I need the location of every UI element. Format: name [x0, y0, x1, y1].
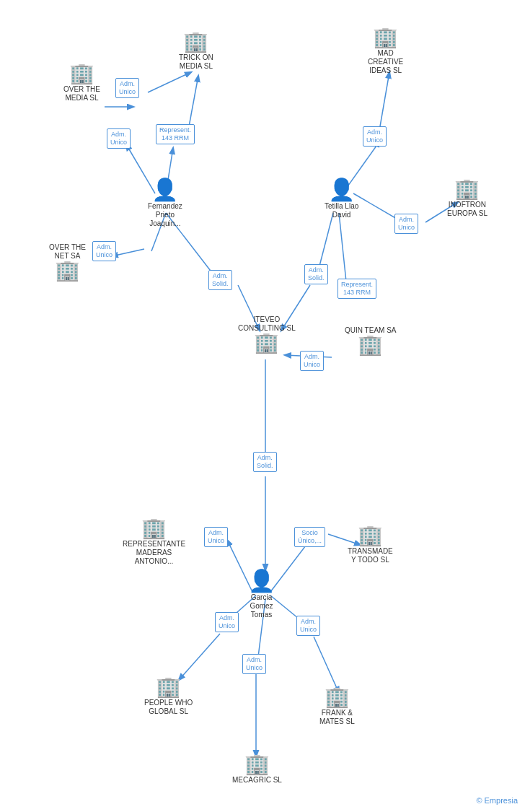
building-icon: 🏢: [69, 64, 94, 84]
badge-adm-unico-4[interactable]: Adm.Unico: [92, 241, 116, 261]
badge-adm-unico-3[interactable]: Adm.Unico: [363, 126, 387, 147]
company-label: REPRESENTANTE MADERAS ANTONIO...: [123, 540, 185, 566]
badge-adm-solid-1[interactable]: Adm.Solid.: [208, 270, 232, 290]
badge-represent-143-1[interactable]: Represent.143 RRM: [156, 124, 195, 144]
person-label: Tetilla Llao David: [325, 202, 358, 219]
company-over-the-media[interactable]: 🏢 OVER THE MEDIA SL: [63, 64, 100, 102]
badge-adm-solid-3[interactable]: Adm.Solid.: [253, 452, 277, 472]
company-label: PEOPLE WHO GLOBAL SL: [144, 699, 193, 716]
building-icon: 🏢: [325, 687, 350, 707]
building-icon: 🏢: [183, 32, 208, 52]
badge-socio-unico[interactable]: SocioÚnico,...: [294, 527, 325, 547]
building-icon: 🏢: [244, 754, 270, 774]
svg-line-23: [179, 634, 220, 680]
company-label: MECAGRIC SL: [232, 776, 282, 785]
building-icon: 🏢: [141, 518, 167, 538]
building-icon: 🏢: [55, 261, 80, 281]
building-icon: 🏢: [454, 179, 480, 199]
company-frank-mates[interactable]: 🏢 FRANK & MATES SL: [319, 687, 355, 726]
building-icon: 🏢: [358, 335, 383, 355]
svg-line-14: [112, 249, 144, 256]
person-fernandez[interactable]: 👤 Fernandez Prieto Joaquin...: [148, 179, 182, 228]
person-label: Fernandez Prieto Joaquin...: [148, 202, 182, 228]
company-inoftron[interactable]: 🏢 INOFTRON EUROPA SL: [447, 179, 488, 218]
company-label: INOFTRON EUROPA SL: [447, 201, 488, 218]
person-icon: 👤: [248, 570, 275, 592]
company-label: ITEVEO CONSULTING SL: [238, 315, 296, 333]
badge-adm-unico-10[interactable]: Adm.Unico: [296, 616, 320, 636]
svg-line-20: [270, 540, 310, 592]
svg-line-13: [339, 213, 346, 281]
company-iteveo[interactable]: ITEVEO CONSULTING SL 🏢: [238, 314, 296, 353]
svg-line-1: [148, 72, 191, 92]
company-over-the-net[interactable]: OVER THE NET SA 🏢: [49, 242, 86, 281]
badge-adm-solid-2[interactable]: Adm.Solid.: [304, 264, 328, 284]
badge-adm-unico-1[interactable]: Adm.Unico: [115, 78, 139, 98]
company-trick-on-media[interactable]: 🏢 TRICK ON MEDIA SL: [179, 32, 213, 71]
building-icon: 🏢: [254, 333, 279, 353]
company-label: MAD CREATIVE IDEAS SL: [368, 49, 403, 75]
badge-adm-unico-9[interactable]: Adm.Unico: [242, 654, 266, 674]
badge-represent-143-2[interactable]: Represent.143 RRM: [338, 279, 376, 299]
svg-line-6: [380, 72, 389, 126]
company-label: TRICK ON MEDIA SL: [179, 53, 213, 71]
arrows-svg: [0, 0, 525, 812]
company-label: OVER THE NET SA: [49, 243, 86, 261]
badge-adm-unico-2[interactable]: Adm.Unico: [107, 128, 131, 149]
person-icon: 👤: [328, 179, 355, 201]
building-icon: 🏢: [358, 525, 383, 546]
person-tetilla[interactable]: 👤 Tetilla Llao David: [325, 179, 358, 219]
diagram: 🏢 OVER THE MEDIA SL 🏢 TRICK ON MEDIA SL …: [0, 0, 525, 812]
company-quin-team[interactable]: QUIN TEAM SA 🏢: [345, 325, 397, 355]
person-label: Garcia Gomez Tomas: [250, 593, 273, 619]
company-representante[interactable]: 🏢 REPRESENTANTE MADERAS ANTONIO...: [123, 518, 185, 566]
person-garcia[interactable]: 👤 Garcia Gomez Tomas: [248, 570, 275, 619]
company-label: FRANK & MATES SL: [319, 709, 355, 726]
badge-adm-unico-7[interactable]: Adm.Unico: [204, 527, 228, 547]
company-people-who[interactable]: 🏢 PEOPLE WHO GLOBAL SL: [144, 677, 193, 716]
building-icon: 🏢: [373, 27, 398, 48]
company-label: TRANSMADE Y TODO SL: [348, 547, 393, 564]
company-mecagric[interactable]: 🏢 MECAGRIC SL: [232, 754, 282, 785]
badge-adm-unico-6[interactable]: Adm.Unico: [300, 351, 324, 371]
badge-adm-unico-8[interactable]: Adm.Unico: [215, 612, 239, 632]
watermark: © Empresia: [476, 796, 518, 805]
svg-line-25: [314, 637, 339, 693]
person-icon: 👤: [151, 179, 178, 201]
badge-adm-unico-5[interactable]: Adm.Unico: [394, 214, 418, 234]
company-transmade[interactable]: 🏢 TRANSMADE Y TODO SL: [348, 525, 393, 564]
company-label: OVER THE MEDIA SL: [63, 85, 100, 102]
building-icon: 🏢: [156, 677, 181, 697]
company-mad-creative[interactable]: 🏢 MAD CREATIVE IDEAS SL: [368, 27, 403, 75]
